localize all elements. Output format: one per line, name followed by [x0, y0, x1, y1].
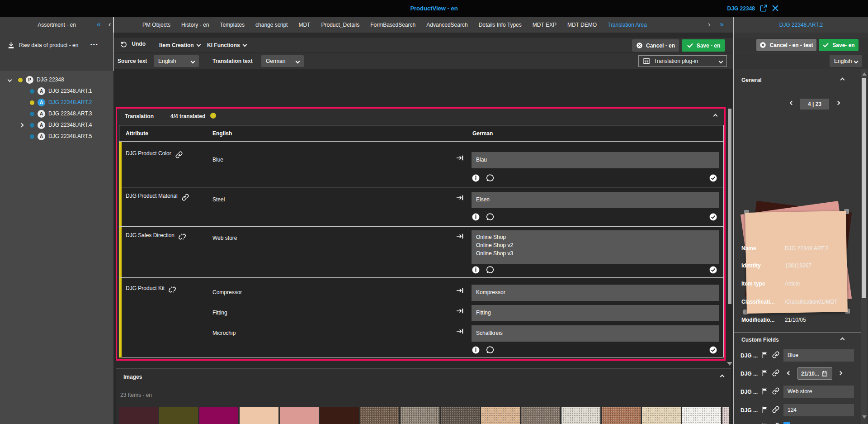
date-picker-field[interactable]: 21/10...	[797, 367, 832, 380]
tab-mdt-exp[interactable]: MDT EXP	[533, 22, 557, 28]
date-next-button[interactable]	[838, 371, 843, 376]
transfer-arrow-icon[interactable]	[456, 154, 464, 162]
info-icon[interactable]	[472, 174, 480, 182]
product-image-preview[interactable]	[734, 116, 868, 243]
image-thumbnail[interactable]	[441, 407, 480, 424]
target-language-select[interactable]: German	[261, 55, 304, 67]
tab-details-info-types[interactable]: Details Info Types	[479, 22, 522, 28]
image-thumbnail[interactable]	[521, 407, 560, 424]
link-icon[interactable]	[772, 351, 779, 358]
translation-input[interactable]: Online Shop Online Shop v2 Online Shop v…	[472, 230, 719, 264]
image-thumbnail[interactable]	[280, 407, 319, 424]
details-language-select[interactable]: English	[830, 55, 862, 67]
scrollbar-down-arrow[interactable]	[727, 362, 732, 366]
flag-icon[interactable]	[761, 406, 769, 413]
image-thumbnail[interactable]	[682, 407, 721, 424]
custom-field-input[interactable]: Web store	[783, 386, 854, 398]
confirmed-check-icon[interactable]	[709, 266, 717, 274]
chevron-right-icon[interactable]	[19, 123, 24, 128]
scrollbar-down-arrow[interactable]	[862, 415, 867, 419]
link-icon[interactable]	[772, 387, 779, 395]
tree-item-article-3[interactable]: A DJG 22348.ART.3	[0, 108, 113, 119]
collapse-chevron-icon[interactable]	[713, 114, 718, 119]
tabs-scroll-right-button[interactable]: ›	[708, 21, 710, 28]
tab-change-script[interactable]: change script	[255, 22, 288, 28]
pager-previous-button[interactable]	[790, 101, 794, 105]
tree-item-article-1[interactable]: A DJG 22348.ART.1	[0, 86, 113, 97]
collapse-chevron-icon[interactable]	[840, 338, 845, 342]
translation-input[interactable]: Schaltkreis	[472, 325, 719, 342]
tab-templates[interactable]: Templates	[220, 22, 245, 28]
image-thumbnail[interactable]	[561, 407, 600, 424]
info-icon[interactable]	[472, 266, 480, 274]
image-thumbnail[interactable]	[320, 407, 359, 424]
info-icon[interactable]	[472, 213, 480, 221]
tab-mdt[interactable]: MDT	[298, 22, 310, 28]
image-thumbnail[interactable]	[481, 407, 520, 424]
flag-icon[interactable]	[761, 387, 769, 395]
tab-product-details[interactable]: Product_Details	[321, 22, 359, 28]
link-icon[interactable]	[772, 369, 779, 376]
details-save-button[interactable]: Save- en	[819, 39, 859, 51]
tab-mdt-demo[interactable]: MDT DEMO	[567, 22, 597, 28]
translation-input[interactable]: Eisen	[472, 192, 719, 208]
image-thumbnail[interactable]	[119, 407, 158, 424]
tab-history[interactable]: History - en	[181, 22, 209, 28]
confirmed-check-icon[interactable]	[709, 346, 717, 354]
flag-icon[interactable]	[761, 369, 769, 376]
transfer-arrow-icon[interactable]	[456, 194, 464, 202]
comment-icon[interactable]	[486, 174, 495, 182]
cancel-button[interactable]: Cancel - en	[632, 39, 679, 52]
image-thumbnail[interactable]	[159, 407, 198, 424]
save-button[interactable]: Save - en	[682, 39, 725, 52]
comment-icon[interactable]	[486, 346, 495, 354]
tab-translation-area[interactable]: Translation Area	[608, 22, 647, 28]
ki-functions-dropdown[interactable]: KI Functions	[207, 42, 246, 48]
tabs-scroll-far-right-button[interactable]: »	[720, 21, 724, 28]
tree-item-article-2-selected[interactable]: A DJG 22348.ART.2	[0, 97, 113, 108]
source-language-select[interactable]: English	[154, 55, 199, 67]
close-icon[interactable]	[771, 4, 779, 12]
image-thumbnail[interactable]	[642, 407, 681, 424]
custom-field-input[interactable]: Blue	[783, 349, 854, 362]
chevron-down-icon[interactable]	[8, 78, 12, 82]
link-icon[interactable]	[772, 406, 779, 413]
raw-data-row[interactable]: Raw data of product - en •••	[0, 38, 113, 52]
comment-icon[interactable]	[486, 213, 495, 221]
transfer-arrow-icon[interactable]	[456, 307, 464, 315]
comment-icon[interactable]	[486, 266, 495, 274]
vertical-scrollbar-thumb[interactable]	[728, 109, 731, 304]
undo-button[interactable]: Undo	[120, 41, 146, 48]
details-cancel-button[interactable]: Cancel - en - test	[756, 39, 816, 51]
image-thumbnail[interactable]	[722, 407, 729, 424]
item-creation-dropdown[interactable]: Item Creation	[159, 42, 200, 48]
tree-item-article-4[interactable]: A DJG 22348.ART.4	[0, 119, 113, 131]
confirmed-check-icon[interactable]	[709, 213, 717, 221]
transfer-arrow-icon[interactable]	[456, 286, 464, 295]
scrollbar-up-arrow[interactable]	[862, 72, 867, 76]
image-thumbnail[interactable]	[360, 407, 399, 424]
tab-pm-objects[interactable]: PM Objects	[142, 22, 170, 28]
image-thumbnail[interactable]	[199, 407, 238, 424]
flag-icon[interactable]	[761, 351, 769, 358]
image-thumbnail[interactable]	[602, 407, 641, 424]
tabs-scroll-left-button[interactable]: ‹	[108, 21, 111, 28]
details-scrollbar-thumb[interactable]	[862, 78, 866, 298]
translation-input[interactable]: Kompressor	[472, 285, 719, 301]
image-thumbnail[interactable]	[240, 407, 278, 424]
transfer-arrow-icon[interactable]	[456, 232, 464, 240]
pager-next-button[interactable]	[836, 101, 840, 105]
more-options-button[interactable]: •••	[90, 42, 99, 47]
tree-item-product[interactable]: P DJG 22348	[0, 74, 113, 86]
translation-input[interactable]: Blau	[472, 152, 719, 168]
tree-item-article-5[interactable]: A DJG 22348.ART.5	[0, 131, 113, 142]
confirmed-check-icon[interactable]	[709, 174, 717, 182]
checkbox[interactable]: ✓	[783, 422, 790, 424]
translation-plugin-select[interactable]: Translation plug-in	[638, 55, 727, 67]
custom-field-input[interactable]: 124	[783, 404, 854, 416]
info-icon[interactable]	[472, 346, 480, 354]
date-previous-button[interactable]	[787, 371, 792, 376]
collapse-chevron-icon[interactable]	[720, 375, 725, 379]
translation-input[interactable]: Fitting	[472, 305, 719, 321]
tabs-scroll-far-left-button[interactable]: «	[97, 21, 101, 28]
